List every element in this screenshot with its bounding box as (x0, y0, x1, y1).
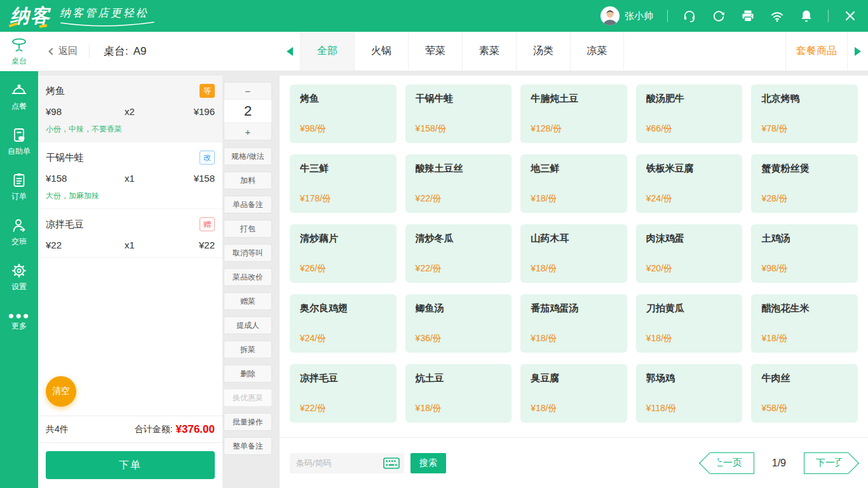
menu-item[interactable]: 酸辣土豆丝¥22/份 (405, 154, 512, 213)
menu-item[interactable]: 牛腩炖土豆¥128/份 (520, 85, 627, 143)
next-page-button[interactable]: 下一页 (804, 452, 848, 474)
order-header: 返回 桌台:A9 (38, 32, 280, 71)
action-item-note[interactable]: 单品备注 (224, 196, 272, 214)
menu-item[interactable]: 番茄鸡蛋汤¥18/份 (520, 294, 627, 353)
more-dots-icon: ●●● (8, 313, 31, 319)
menu-item[interactable]: 刀拍黄瓜¥18/份 (636, 294, 743, 353)
search-box (290, 453, 404, 473)
menu-item[interactable]: 清炒冬瓜¥22/份 (405, 224, 512, 283)
table-title: 桌台:A9 (104, 44, 147, 58)
sync-icon[interactable] (711, 8, 726, 24)
order-item-price: ¥98 (46, 106, 125, 117)
user-chip[interactable]: 张小帅 (600, 6, 653, 25)
menu-item[interactable]: 牛三鲜¥178/份 (290, 154, 397, 213)
shift-person-icon (10, 217, 28, 234)
gear-icon (10, 262, 28, 280)
tabs-scroll-left[interactable] (280, 32, 300, 71)
sidebar: 桌台 点餐 自助单 订单 交班 (0, 32, 38, 488)
table-icon (10, 36, 28, 54)
sidebar-item-tables[interactable]: 桌台 (0, 32, 38, 71)
menu-item[interactable]: 臭豆腐¥18/份 (520, 364, 627, 423)
sidebar-item-settings[interactable]: 设置 (0, 257, 38, 297)
action-add-ingredient[interactable]: 加料 (224, 172, 272, 189)
menu-footer: 搜索 上一页 1/9 下一页 (280, 437, 868, 488)
menu-item[interactable]: 鲫鱼汤¥36/份 (405, 294, 512, 353)
sidebar-item-more[interactable]: ●●● 更多 (0, 302, 38, 342)
tab-all[interactable]: 全部 (300, 32, 354, 71)
order-item[interactable]: 烤鱼 等 ¥98 x2 ¥196 小份，中辣，不要香菜 (38, 76, 222, 142)
action-cancel-wait[interactable]: 取消等叫 (224, 244, 272, 262)
tabs-scroll-right[interactable] (848, 32, 868, 71)
order-item[interactable]: 凉拌毛豆 赠 ¥22 x1 ¥22 (38, 209, 222, 258)
tabs-spacer (624, 32, 785, 71)
menu-item[interactable]: 炕土豆¥18/份 (405, 364, 512, 423)
action-delete[interactable]: 删除 (224, 365, 272, 383)
action-order-note[interactable]: 整单备注 (224, 437, 272, 455)
quantity-stepper: − 2 + (224, 82, 272, 140)
back-button[interactable]: 返回 (50, 45, 78, 57)
bell-icon[interactable] (799, 8, 814, 24)
tab-soup[interactable]: 汤类 (516, 32, 570, 71)
menu-item[interactable]: 铁板米豆腐¥24/份 (636, 154, 743, 213)
qty-minus-button[interactable]: − (224, 82, 272, 99)
menu-item[interactable]: 地三鲜¥18/份 (520, 154, 627, 213)
sidebar-item-shift[interactable]: 交班 (0, 212, 38, 252)
wifi-icon[interactable] (770, 8, 785, 24)
action-split-dish[interactable]: 拆菜 (224, 341, 272, 358)
total-value: ¥376.00 (176, 423, 215, 436)
qty-plus-button[interactable]: + (224, 123, 272, 140)
action-gift-dish[interactable]: 赠菜 (224, 292, 272, 310)
action-commission-person[interactable]: 提成人 (224, 316, 272, 334)
action-change-price[interactable]: 菜品改价 (224, 268, 272, 286)
close-icon[interactable] (843, 8, 858, 24)
search-button[interactable]: 搜索 (410, 453, 446, 473)
self-service-doc-icon (10, 126, 28, 144)
menu-item[interactable]: 凉拌毛豆¥22/份 (290, 364, 397, 423)
cloche-icon (10, 81, 28, 99)
action-batch-operation[interactable]: 批量操作 (224, 413, 272, 431)
menu-item[interactable]: 蟹黄粉丝煲¥28/份 (751, 154, 858, 213)
printer-icon[interactable] (740, 8, 756, 24)
menu-item[interactable]: 奥尔良鸡翅¥24/份 (290, 294, 397, 353)
menu-item[interactable]: 郭场鸡¥118/份 (636, 364, 743, 423)
header-divider (667, 10, 668, 22)
slogan-underline (60, 21, 155, 27)
action-spec-method[interactable]: 规格/做法 (224, 147, 272, 165)
sidebar-item-orders[interactable]: 订单 (0, 167, 38, 207)
menu-item[interactable]: 山药木耳¥18/份 (520, 224, 627, 283)
menu-item[interactable]: 北京烤鸭¥78/份 (751, 85, 858, 143)
order-item[interactable]: 干锅牛蛙 改 ¥158 x1 ¥158 大份，加麻加辣 (38, 142, 222, 209)
triangle-right-icon (855, 47, 861, 56)
tab-hotpot[interactable]: 火锅 (354, 32, 408, 71)
submit-order-button[interactable]: 下单 (46, 451, 215, 479)
status-badge-wait: 等 (200, 84, 215, 98)
submit-area: 下单 (38, 442, 222, 488)
sidebar-item-ordering[interactable]: 点餐 (0, 77, 38, 116)
menu-item[interactable]: 醋泡花生米¥18/份 (751, 294, 858, 353)
prev-page-button[interactable]: 上一页 (710, 452, 754, 474)
order-item-price: ¥158 (46, 173, 125, 184)
customer-service-icon[interactable] (682, 8, 697, 24)
tab-meat[interactable]: 荤菜 (408, 32, 462, 71)
order-item-total: ¥22 (174, 240, 215, 250)
menu-item[interactable]: 土鸡汤¥98/份 (751, 224, 858, 283)
menu-item[interactable]: 牛肉丝¥58/份 (751, 364, 858, 423)
keyboard-icon[interactable] (383, 458, 400, 469)
order-item-name: 烤鱼 (46, 85, 65, 97)
clear-order-button[interactable]: 清空 (46, 376, 76, 407)
sidebar-item-label: 点餐 (11, 101, 27, 112)
menu-item[interactable]: 烤鱼¥98/份 (290, 85, 397, 143)
menu-item[interactable]: 肉沫鸡蛋¥20/份 (636, 224, 743, 283)
menu-item[interactable]: 酸汤肥牛¥66/份 (636, 85, 743, 143)
sidebar-item-self-service[interactable]: 自助单 (0, 122, 38, 161)
action-takeout[interactable]: 打包 (224, 220, 272, 238)
sidebar-item-label: 订单 (11, 191, 27, 202)
tab-cold[interactable]: 凉菜 (570, 32, 624, 71)
menu-item[interactable]: 干锅牛蛙¥158/份 (405, 85, 512, 143)
tab-combo-products[interactable]: 套餐商品 (785, 32, 848, 71)
menu-item[interactable]: 清炒藕片¥26/份 (290, 224, 397, 283)
tab-vegetable[interactable]: 素菜 (462, 32, 516, 71)
avatar (600, 6, 620, 25)
sidebar-item-label: 交班 (11, 236, 27, 247)
order-item-qty: x2 (125, 106, 174, 117)
